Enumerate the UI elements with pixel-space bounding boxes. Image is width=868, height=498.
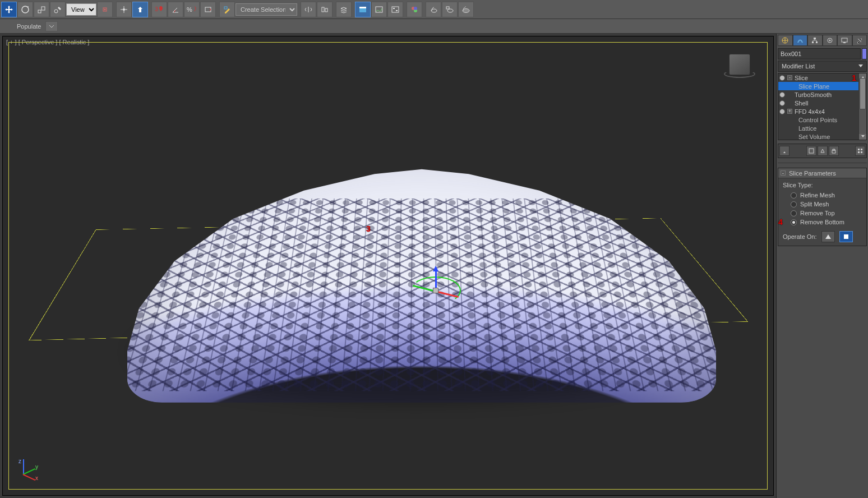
object-color-swatch[interactable] [862, 48, 867, 59]
angle-snap-button[interactable] [168, 2, 183, 17]
stack-scrollbar[interactable] [858, 73, 866, 140]
show-end-result-button[interactable] [806, 146, 816, 156]
svg-rect-14 [392, 7, 399, 12]
svg-rect-15 [393, 8, 395, 9]
expand-icon[interactable]: - [787, 75, 792, 80]
remove-modifier-button[interactable] [829, 146, 839, 156]
svg-rect-34 [861, 149, 862, 150]
ribbon-bar: Populate [0, 19, 868, 34]
stack-item-ffd[interactable]: + FFD 4x4x4 [778, 107, 858, 116]
command-panel-tabs [778, 35, 867, 46]
select-manipulate-button[interactable] [116, 2, 132, 17]
pin-stack-button[interactable] [779, 146, 789, 156]
tab-hierarchy[interactable] [807, 35, 823, 46]
svg-rect-9 [322, 7, 324, 12]
placement-tool-button[interactable] [50, 2, 66, 17]
svg-rect-2 [41, 7, 45, 10]
operate-on-label: Operate On: [783, 233, 817, 240]
svg-rect-31 [843, 42, 846, 43]
modifier-stack-list[interactable]: - Slice 1 2 Slice Plane TurboSmooth Shel… [778, 73, 858, 140]
modifier-stack: - Slice 1 2 Slice Plane TurboSmooth Shel… [778, 73, 867, 140]
rotate-tool-button[interactable] [17, 2, 33, 17]
stack-item-set-volume[interactable]: Set Volume [778, 132, 858, 140]
tab-create[interactable] [778, 35, 793, 46]
spinner-snap-button[interactable] [200, 2, 216, 17]
svg-point-29 [829, 40, 830, 42]
render-setup-button[interactable] [426, 2, 441, 17]
mirror-button[interactable] [301, 2, 316, 17]
svg-point-5 [104, 8, 106, 10]
eye-icon[interactable] [779, 92, 785, 98]
expand-icon[interactable]: + [787, 109, 792, 114]
axis-tripod: z y x [11, 459, 39, 487]
eye-icon[interactable] [779, 100, 785, 106]
slice-parameters-rollout: - Slice Parameters Slice Type: Refine Me… [778, 168, 867, 246]
svg-rect-33 [858, 149, 860, 150]
keyboard-shortcut-override-button[interactable] [132, 2, 148, 17]
svg-rect-1 [38, 10, 41, 13]
snap-toggle-button[interactable]: 3 [151, 2, 167, 17]
percent-snap-button[interactable]: % [184, 2, 200, 17]
transform-gizmo[interactable] [410, 265, 461, 316]
configure-sets-button[interactable] [855, 146, 865, 156]
main-area: [ + ] [ Perspective ] [ Realistic ] 3 [0, 34, 868, 498]
stack-item-turbosmooth[interactable]: TurboSmooth [778, 90, 858, 99]
curve-editor-button[interactable] [371, 2, 387, 17]
collapse-icon: - [781, 170, 786, 176]
radio-split-mesh[interactable]: Split Mesh [791, 201, 862, 208]
stack-item-slice[interactable]: - Slice 1 [778, 73, 858, 82]
radio-refine-mesh[interactable]: Refine Mesh [791, 192, 862, 199]
scene-content [71, 100, 705, 414]
operate-on-poly-button[interactable] [821, 231, 835, 242]
render-button[interactable] [458, 2, 474, 17]
viewcube[interactable] [723, 48, 756, 81]
tab-utilities[interactable] [852, 35, 867, 46]
populate-expand-button[interactable] [45, 21, 58, 31]
edit-named-selection-button[interactable] [219, 2, 235, 17]
toggle-ribbon-button[interactable] [355, 2, 371, 17]
operate-on-mesh-button[interactable] [839, 231, 853, 242]
use-pivot-button[interactable] [97, 2, 113, 17]
populate-label: Populate [17, 23, 41, 30]
stack-tools [778, 144, 867, 158]
slice-type-label: Slice Type: [783, 182, 862, 188]
radio-remove-bottom[interactable]: 4 Remove Bottom [791, 219, 862, 225]
viewport[interactable]: [ + ] [ Perspective ] [ Realistic ] 3 [2, 36, 774, 496]
svg-rect-37 [844, 234, 848, 239]
radio-remove-top[interactable]: Remove Top [791, 210, 862, 216]
stack-item-slice-plane[interactable]: 2 Slice Plane [778, 82, 858, 90]
svg-rect-10 [325, 8, 327, 12]
svg-point-3 [54, 10, 58, 13]
stack-item-shell[interactable]: Shell [778, 99, 858, 107]
command-panel: Modifier List - Slice 1 2 Slice Plane Tu… [776, 34, 868, 498]
svg-rect-12 [359, 7, 366, 8]
object-name-input[interactable] [778, 48, 861, 59]
render-frame-button[interactable] [442, 2, 458, 17]
svg-rect-26 [812, 42, 814, 43]
tab-motion[interactable] [823, 35, 838, 46]
material-editor-button[interactable] [407, 2, 422, 17]
reference-coord-select[interactable]: View [66, 3, 96, 16]
eye-icon[interactable] [779, 109, 785, 114]
modifier-list-dropdown[interactable]: Modifier List [778, 61, 867, 72]
tab-modify[interactable] [793, 35, 808, 46]
tab-display[interactable] [837, 35, 852, 46]
stack-item-control-points[interactable]: Control Points [778, 116, 858, 124]
layers-button[interactable] [336, 2, 352, 17]
main-toolbar: View 3 % Create Selection Se [0, 0, 868, 19]
rollout-header[interactable]: - Slice Parameters [778, 168, 866, 178]
svg-rect-27 [816, 42, 818, 43]
make-unique-button[interactable] [818, 146, 828, 156]
svg-point-6 [123, 8, 125, 11]
svg-rect-36 [861, 151, 862, 153]
move-tool-button[interactable] [1, 2, 17, 17]
schematic-view-button[interactable] [387, 2, 403, 17]
scale-tool-button[interactable] [34, 2, 49, 17]
svg-rect-7 [205, 7, 211, 12]
eye-icon[interactable] [779, 75, 785, 81]
svg-rect-8 [224, 7, 227, 9]
stack-item-lattice[interactable]: Lattice [778, 124, 858, 132]
align-button[interactable] [317, 2, 333, 17]
named-selection-set-select[interactable]: Create Selection Se [236, 3, 297, 16]
svg-rect-30 [842, 38, 847, 42]
